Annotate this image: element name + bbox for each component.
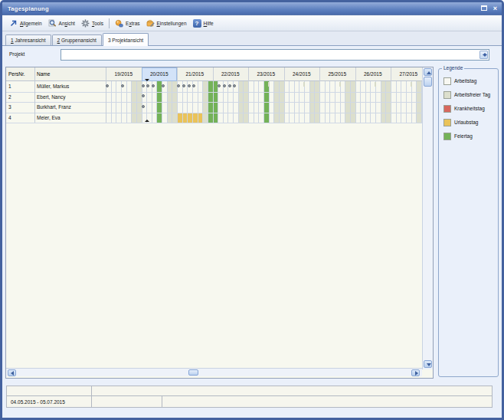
status-row-top: [6, 386, 493, 396]
legend-panel: Legende Arbeitstag Arbeitsfreier Tag Kra…: [438, 68, 499, 377]
appointment-dot: [233, 84, 236, 87]
day-cell-vacation[interactable]: [177, 113, 202, 123]
col-header-persnr[interactable]: PersNr.: [8, 67, 25, 81]
tab-jahresansicht[interactable]: 1 Jahresansicht: [5, 34, 51, 45]
half-day-tick: [268, 82, 270, 87]
week-header[interactable]: 27/2015: [391, 67, 422, 81]
row-name[interactable]: Ebert, Nancy: [37, 92, 104, 103]
week-header[interactable]: 23/2015: [248, 67, 284, 81]
half-day-tick: [339, 82, 341, 87]
scroll-right-button[interactable]: [411, 369, 420, 376]
appointment-dot: [106, 84, 109, 87]
week-header[interactable]: 25/2015: [319, 67, 355, 81]
arrow-down-icon: [427, 363, 431, 366]
vertical-scrollbar[interactable]: [422, 67, 433, 369]
window-title: Tagesplanung: [8, 2, 49, 15]
appointment-dot: [152, 84, 155, 87]
menu-separator: [109, 18, 110, 28]
project-combo-input[interactable]: [62, 51, 479, 59]
legend-item-arbeitsfreier-tag: Arbeitsfreier Tag: [443, 90, 490, 99]
planning-grid-panel: 19/201520/201521/201522/201523/201524/20…: [5, 67, 434, 379]
horizontal-scrollbar[interactable]: [6, 368, 422, 376]
legend-item-krankheitstag: Krankheitstag: [443, 104, 485, 113]
legend-item-arbeitstag: Arbeitstag: [443, 77, 476, 85]
menu-label: Allgemein: [20, 21, 42, 26]
row-persnr[interactable]: 3: [8, 102, 33, 113]
row-name[interactable]: Meier, Eva: [37, 113, 104, 123]
menu-item-einstellungen[interactable]: Einstellungen: [143, 18, 190, 29]
appointment-dot: [223, 84, 226, 87]
gridline: [6, 123, 422, 123]
settings-icon: [146, 19, 155, 28]
project-combobox[interactable]: [61, 49, 489, 61]
restore-icon: [481, 5, 487, 11]
help-icon: [193, 19, 201, 28]
arrow-up-icon: [427, 71, 431, 74]
close-button[interactable]: ×: [491, 5, 499, 13]
appointment-dot: [142, 94, 145, 97]
appointment-dot: [218, 84, 221, 87]
appointment-dot: [162, 84, 165, 87]
combo-dropdown-button[interactable]: [479, 51, 488, 59]
row-persnr[interactable]: 2: [8, 92, 33, 103]
appointment-dot: [121, 84, 124, 87]
arrow-up-right-icon: [9, 19, 18, 28]
menu-label: Einstellungen: [157, 21, 187, 26]
col-header-name[interactable]: Name: [37, 67, 50, 81]
arrow-right-icon: [415, 371, 418, 376]
gridline: [34, 67, 35, 123]
status-cell: [92, 396, 162, 407]
row-name[interactable]: Müller, Markus: [37, 81, 104, 92]
status-row-bottom: 04.05.2015 - 05.07.2015: [6, 395, 493, 408]
menu-item-tools[interactable]: Tools: [78, 18, 106, 29]
legend-title: Legende: [442, 65, 464, 71]
vacation-day-swatch: [443, 119, 451, 126]
status-cell: [7, 386, 92, 395]
appointment-dot: [188, 84, 191, 87]
tab-gruppenansicht[interactable]: 2 Gruppenansicht: [52, 34, 102, 45]
titlebar[interactable]: Tagesplanung ×: [2, 2, 502, 15]
row-persnr[interactable]: 4: [8, 113, 33, 123]
week-header[interactable]: 21/2015: [177, 67, 213, 81]
row-name[interactable]: Burkhart, Franz: [37, 102, 104, 113]
week-header[interactable]: 24/2015: [284, 67, 320, 81]
scroll-up-button[interactable]: [424, 68, 432, 76]
project-label: Projekt: [9, 51, 25, 57]
tabbar: 1 Jahresansicht 2 Gruppenansicht 3 Proje…: [2, 31, 502, 46]
statusbar: 04.05.2015 - 05.07.2015: [6, 386, 493, 408]
holiday-swatch: [443, 133, 451, 140]
magnifier-icon: [48, 19, 57, 28]
row-persnr[interactable]: 1: [8, 81, 33, 92]
workday-swatch: [443, 77, 451, 85]
half-day-tick: [303, 82, 305, 87]
status-cell: [162, 396, 492, 407]
tab-projektansicht[interactable]: 3 Projektansicht: [103, 33, 149, 46]
menu-item-extras[interactable]: Extras: [112, 18, 142, 29]
horizontal-scroll-thumb[interactable]: [188, 369, 198, 376]
date-range: 04.05.2015 - 05.07.2015: [7, 396, 92, 407]
legend-item-feiertag: Feiertag: [443, 132, 473, 140]
scroll-down-button[interactable]: [424, 360, 432, 368]
week-header[interactable]: 26/2015: [355, 67, 391, 81]
restore-button[interactable]: [480, 5, 489, 13]
appointment-dot: [228, 84, 231, 87]
appointment-dot: [182, 84, 185, 87]
week-header[interactable]: 19/2015: [106, 67, 142, 81]
week-header[interactable]: 22/2015: [213, 67, 249, 81]
chevron-down-icon: [483, 54, 487, 57]
sick-day-swatch: [443, 105, 451, 113]
vertical-scroll-thumb[interactable]: [424, 77, 432, 87]
scroll-left-button[interactable]: [8, 369, 16, 376]
day-marker-top: [145, 79, 149, 81]
menu-item-hilfe[interactable]: Hilfe: [190, 18, 217, 29]
menu-item-ansicht[interactable]: Ansicht: [45, 18, 78, 29]
appointment-dot: [146, 84, 149, 87]
menu-item-allgemein[interactable]: Allgemein: [6, 18, 45, 29]
menu-label: Extras: [126, 21, 139, 26]
planning-grid: 19/201520/201521/201522/201523/201524/20…: [6, 67, 422, 369]
appointment-dot: [177, 84, 180, 87]
menubar: Allgemein Ansicht Tools Extras Einstellu…: [2, 15, 502, 31]
menu-label: Hilfe: [204, 21, 214, 26]
free-day-swatch: [443, 91, 451, 99]
menu-label: Tools: [92, 21, 103, 26]
